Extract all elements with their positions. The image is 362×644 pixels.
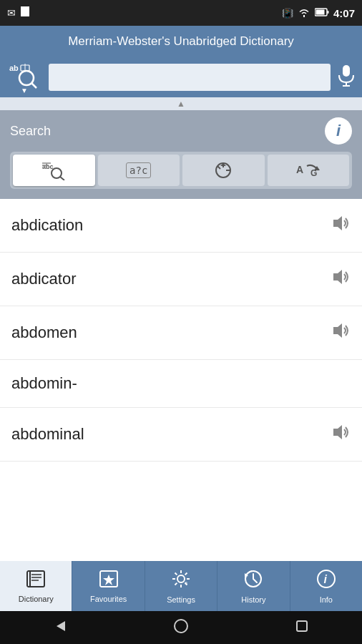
battery-icon — [315, 7, 329, 19]
search-option-text[interactable]: abc — [13, 155, 95, 186]
search-panel: Search i abc a?c — [0, 110, 362, 199]
svg-point-14 — [52, 168, 62, 178]
vibrate-icon: 📳 — [282, 8, 293, 19]
search-options-group: abc a?c A — [10, 152, 352, 189]
status-bar-left: ✉ — [7, 6, 30, 20]
home-button[interactable] — [173, 618, 189, 638]
svg-marker-33 — [103, 575, 114, 585]
recents-button[interactable] — [294, 618, 310, 638]
svg-marker-25 — [333, 323, 342, 338]
svg-point-35 — [185, 582, 187, 585]
info-icon-letter: i — [336, 122, 341, 140]
search-panel-label: Search — [10, 124, 51, 139]
word-list: abdication abdicator abdomen — [0, 199, 362, 462]
word-item[interactable]: abdominal — [0, 408, 362, 462]
word-text: abdominal — [11, 425, 84, 444]
speaker-icon[interactable] — [331, 422, 351, 447]
word-text: abdomin- — [11, 374, 77, 393]
nav-item-favourites[interactable]: Favourites — [72, 561, 145, 611]
nav-label-settings: Settings — [167, 595, 195, 604]
nav-label-history: History — [241, 595, 265, 604]
word-item[interactable]: abdomen — [0, 306, 362, 360]
word-item[interactable]: abdomin- — [0, 360, 362, 408]
settings-icon — [171, 569, 191, 593]
word-text: abdicator — [11, 270, 77, 288]
microphone-icon[interactable] — [336, 64, 356, 92]
nav-item-dictionary[interactable]: Dictionary — [0, 561, 72, 611]
search-mode-icon[interactable]: ab ▼ — [6, 61, 43, 94]
word-item[interactable]: abdicator — [0, 253, 362, 306]
svg-rect-10 — [343, 65, 350, 77]
svg-point-34 — [177, 575, 185, 582]
svg-marker-40 — [57, 621, 65, 631]
android-nav-bar — [0, 611, 362, 644]
svg-rect-28 — [29, 571, 31, 587]
speaker-icon[interactable] — [331, 321, 351, 345]
dropdown-row: ▲ — [0, 97, 362, 110]
status-bar: ✉ 📳 4:07 — [0, 0, 362, 26]
favourites-icon — [99, 570, 119, 592]
history-icon — [243, 569, 263, 593]
svg-text:A: A — [296, 164, 303, 175]
svg-text:G: G — [310, 168, 317, 178]
bookmark-icon — [20, 6, 30, 20]
search-info-button[interactable]: i — [325, 117, 352, 145]
title-bar: Merriam-Webster's Unabridged Dictionary — [0, 26, 362, 57]
svg-marker-26 — [333, 425, 342, 439]
bottom-nav: Dictionary Favourites — [0, 561, 362, 611]
svg-text:ab: ab — [9, 64, 19, 72]
speaker-icon[interactable] — [331, 213, 351, 238]
svg-marker-23 — [333, 216, 342, 230]
nav-label-dictionary: Dictionary — [19, 595, 54, 603]
nav-item-settings[interactable]: Settings — [145, 561, 217, 611]
svg-text:abc: abc — [42, 163, 54, 170]
search-option-wildcard[interactable]: a?c — [98, 155, 180, 186]
search-option-inflection[interactable]: A G — [268, 155, 350, 186]
svg-rect-42 — [297, 621, 307, 631]
nav-label-favourites: Favourites — [90, 595, 127, 603]
search-panel-header: Search i — [10, 117, 352, 145]
status-bar-right: 📳 4:07 — [282, 7, 355, 19]
app-title: Merriam-Webster's Unabridged Dictionary — [68, 34, 294, 49]
search-input[interactable] — [49, 64, 331, 91]
word-text: abdication — [11, 216, 83, 235]
wifi-icon — [298, 7, 310, 19]
svg-marker-24 — [333, 270, 342, 284]
dropdown-arrow-icon: ▲ — [177, 99, 185, 109]
nav-item-info[interactable]: i Info — [290, 561, 362, 611]
svg-text:i: i — [323, 573, 327, 585]
time-display: 4:07 — [333, 7, 355, 19]
svg-point-41 — [175, 620, 187, 633]
speaker-icon[interactable] — [331, 267, 351, 291]
gmail-icon: ✉ — [7, 7, 16, 19]
nav-label-info: Info — [320, 595, 333, 604]
nav-item-history[interactable]: History — [217, 561, 290, 611]
dictionary-icon — [26, 570, 46, 592]
word-item[interactable]: abdication — [0, 199, 362, 253]
svg-rect-4 — [315, 10, 324, 15]
svg-rect-3 — [327, 11, 328, 14]
svg-line-7 — [31, 83, 36, 88]
back-button[interactable] — [52, 618, 68, 638]
svg-line-15 — [60, 177, 64, 180]
search-input-row: ab ▼ — [0, 57, 362, 97]
search-option-anagram[interactable] — [182, 155, 265, 186]
word-text: abdomen — [11, 323, 77, 342]
info-icon: i — [316, 569, 336, 593]
